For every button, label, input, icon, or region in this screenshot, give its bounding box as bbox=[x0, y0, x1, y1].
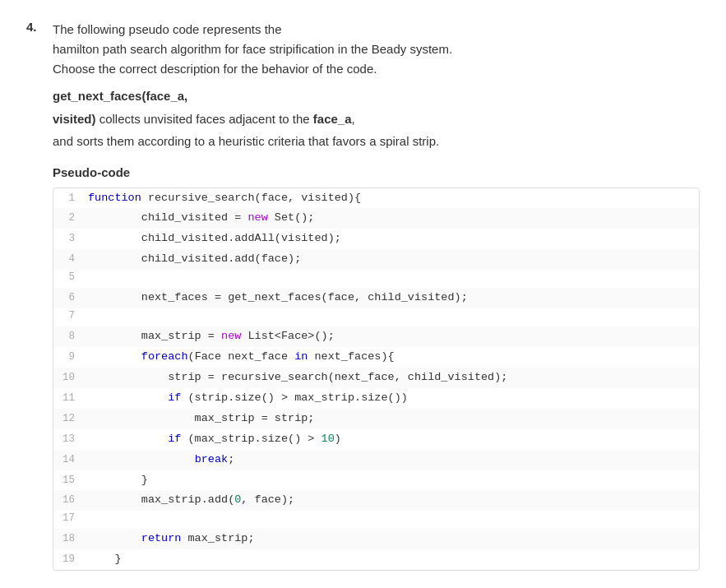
line-code: max_strip = strip; bbox=[85, 409, 321, 429]
code-line: 19 } bbox=[53, 549, 699, 570]
question-line2: hamilton path search algorithm for face … bbox=[53, 42, 452, 56]
line-number: 14 bbox=[53, 452, 85, 467]
code-line: 14 break; bbox=[53, 450, 699, 470]
line-number: 4 bbox=[53, 252, 85, 266]
line-number: 6 bbox=[53, 290, 85, 305]
token-plain: max_strip.add( bbox=[88, 493, 234, 506]
token-plain: } bbox=[88, 474, 148, 486]
line-code bbox=[85, 276, 95, 280]
token-plain bbox=[88, 391, 168, 404]
code-line: 1function recursive_search(face, visited… bbox=[53, 188, 699, 209]
pseudo-code-label: Pseudo-code bbox=[53, 165, 700, 179]
code-line: 4 child_visited.add(face); bbox=[53, 249, 699, 270]
token-plain: strip = recursive_search(next_face, chil… bbox=[88, 371, 507, 383]
token-kw: foreach bbox=[141, 350, 188, 363]
token-plain: recursive_search(face, visited){ bbox=[141, 192, 361, 204]
line-number: 16 bbox=[53, 493, 85, 507]
line-code: max_strip = new List<Face>(); bbox=[85, 326, 341, 347]
line-number: 7 bbox=[53, 308, 85, 323]
token-kw: if bbox=[168, 391, 181, 404]
code-block: 1function recursive_search(face, visited… bbox=[53, 188, 700, 572]
token-plain: max_strip = strip; bbox=[88, 412, 314, 424]
code-line: 8 max_strip = new List<Face>(); bbox=[53, 326, 699, 347]
line-code: if (max_strip.size() > 10) bbox=[85, 429, 348, 450]
line-code: child_visited = new Set(); bbox=[85, 208, 321, 229]
token-plain: (strip.size() > max_strip.size()) bbox=[181, 391, 407, 404]
line-number: 18 bbox=[53, 531, 85, 546]
line-number: 13 bbox=[53, 432, 85, 447]
code-line: 7 bbox=[53, 308, 699, 326]
code-line: 10 strip = recursive_search(next_face, c… bbox=[53, 368, 699, 388]
line-code: next_faces = get_next_faces(face, child_… bbox=[85, 288, 474, 308]
token-plain: (Face next_face bbox=[188, 350, 295, 363]
code-line: 17 bbox=[53, 511, 699, 529]
token-plain: next_faces = get_next_faces(face, child_… bbox=[88, 291, 468, 303]
description-line2: visited) collects unvisited faces adjace… bbox=[53, 109, 700, 130]
token-plain bbox=[88, 453, 195, 465]
code-line: 18 return max_strip; bbox=[53, 529, 699, 549]
question-line3: Choose the correct description for the b… bbox=[53, 62, 377, 76]
token-plain: max_strip; bbox=[181, 532, 254, 544]
token-plain: ; bbox=[228, 453, 234, 465]
line-code: foreach(Face next_face in next_faces){ bbox=[85, 347, 401, 368]
token-kw: function bbox=[88, 192, 141, 204]
token-plain bbox=[88, 433, 168, 445]
token-kw: in bbox=[294, 350, 308, 363]
token-kw: break bbox=[195, 453, 229, 465]
line-code: return max_strip; bbox=[85, 529, 261, 549]
code-line: 15 } bbox=[53, 470, 699, 491]
code-line: 3 child_visited.addAll(visited); bbox=[53, 229, 699, 249]
line-number: 19 bbox=[53, 552, 85, 567]
line-number: 12 bbox=[53, 411, 85, 426]
line-number: 2 bbox=[53, 211, 85, 225]
token-kw2: new bbox=[247, 211, 267, 224]
token-kw2: new bbox=[221, 330, 241, 342]
question-text: The following pseudo code represents the… bbox=[53, 20, 452, 79]
line-number: 3 bbox=[53, 231, 85, 246]
token-plain: child_visited = bbox=[88, 211, 247, 224]
line-code: break; bbox=[85, 450, 241, 470]
line-code: strip = recursive_search(next_face, chil… bbox=[85, 368, 514, 388]
line-number: 8 bbox=[53, 329, 85, 344]
token-plain: (max_strip.size() > bbox=[181, 433, 321, 445]
desc-bold1: get_next_faces(face_a, bbox=[53, 89, 187, 103]
line-code: function recursive_search(face, visited)… bbox=[85, 188, 368, 209]
question-container: 4. The following pseudo code represents … bbox=[26, 20, 700, 571]
token-plain: ) bbox=[335, 433, 341, 445]
line-code: } bbox=[85, 549, 128, 570]
line-number: 17 bbox=[53, 511, 85, 525]
token-plain: max_strip = bbox=[88, 330, 221, 342]
code-line: 16 max_strip.add(0, face); bbox=[53, 490, 699, 511]
code-line: 11 if (strip.size() > max_strip.size()) bbox=[53, 388, 699, 409]
token-plain: next_faces){ bbox=[308, 350, 394, 363]
desc-bold3: face_a bbox=[313, 112, 352, 126]
token-plain: Set(); bbox=[268, 211, 315, 224]
question-line1: The following pseudo code represents the bbox=[53, 22, 282, 36]
code-line: 12 max_strip = strip; bbox=[53, 409, 699, 429]
code-line: 9 foreach(Face next_face in next_faces){ bbox=[53, 347, 699, 368]
line-code: child_visited.add(face); bbox=[85, 249, 308, 270]
line-number: 10 bbox=[53, 370, 85, 385]
question-number: 4. bbox=[26, 20, 43, 79]
token-kw: if bbox=[168, 433, 181, 445]
line-number: 1 bbox=[53, 191, 85, 206]
line-number: 15 bbox=[53, 473, 85, 488]
token-plain: child_visited.addAll(visited); bbox=[88, 232, 341, 244]
code-line: 2 child_visited = new Set(); bbox=[53, 208, 699, 229]
description-block: get_next_faces(face_a, visited) collects… bbox=[53, 86, 700, 152]
token-kw: return bbox=[141, 532, 182, 544]
line-code: } bbox=[85, 470, 155, 491]
line-code: if (strip.size() > max_strip.size()) bbox=[85, 388, 414, 409]
token-plain: , face); bbox=[241, 493, 294, 506]
line-number: 9 bbox=[53, 350, 85, 364]
description-line3: and sorts them according to a heuristic … bbox=[53, 131, 700, 152]
token-plain bbox=[88, 532, 141, 544]
code-line: 13 if (max_strip.size() > 10) bbox=[53, 429, 699, 450]
line-code bbox=[85, 315, 95, 318]
line-code bbox=[85, 517, 95, 521]
desc-end2: , bbox=[352, 112, 355, 126]
desc-text2: collects unvisited faces adjacent to the bbox=[96, 112, 313, 126]
token-plain bbox=[88, 350, 141, 363]
token-plain: child_visited.add(face); bbox=[88, 252, 301, 265]
code-line: 5 bbox=[53, 270, 699, 288]
